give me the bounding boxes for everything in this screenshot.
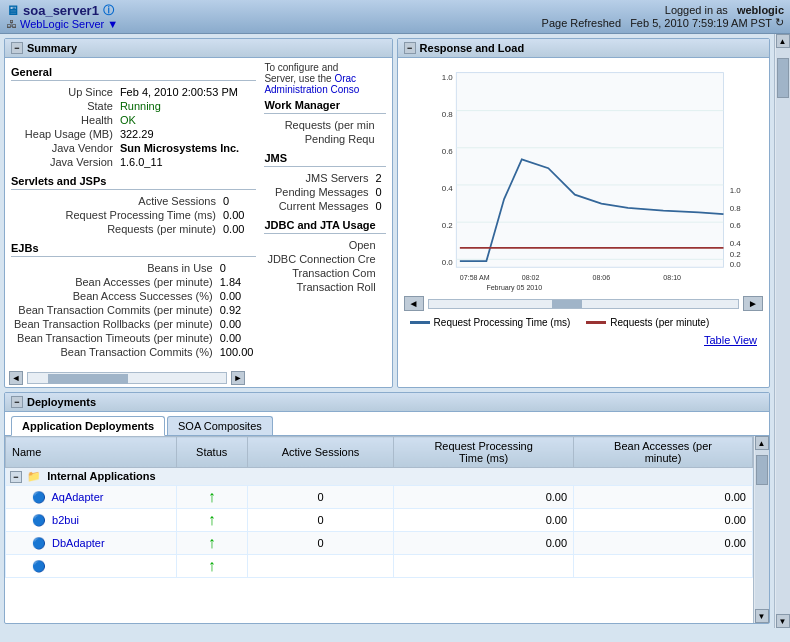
- page-refreshed-label: Page Refreshed: [542, 17, 622, 29]
- jdbc-jta-table: Open JDBC Connection Cre Transaction Com: [264, 238, 385, 294]
- deployments-panel: − Deployments Application Deployments SO…: [4, 392, 770, 624]
- active-sessions-row: Active Sessions 0: [11, 194, 256, 208]
- summary-collapse-btn[interactable]: −: [11, 42, 23, 54]
- bean-tx-commits-label: Bean Transaction Commits (per minute): [11, 303, 217, 317]
- chart-legend: Request Processing Time (ms) Requests (p…: [402, 313, 765, 332]
- response-collapse-btn[interactable]: −: [404, 42, 416, 54]
- legend-line-1: [410, 321, 430, 324]
- folder-icon: 📁: [27, 470, 41, 482]
- active-sessions-value: 0: [220, 194, 256, 208]
- row-req-aqadapter: 0.00: [394, 486, 574, 509]
- jms-table: JMS Servers 2 Pending Messages 0 Current…: [264, 171, 385, 213]
- row-req-dbadapter: 0.00: [394, 532, 574, 555]
- table-row: 🔵 DbAdapter ↑ 0 0.00 0.00: [6, 532, 753, 555]
- table-vscroll-up-btn[interactable]: ▲: [755, 436, 769, 450]
- chart-nav-left-btn[interactable]: ◄: [404, 296, 424, 311]
- hscroll-left-btn[interactable]: ◄: [9, 371, 23, 385]
- col-name: Name: [6, 437, 177, 468]
- up-arrow-aqadapter: ↑: [208, 488, 216, 505]
- row-req-more: [394, 555, 574, 578]
- bean-tx-timeouts-row: Bean Transaction Timeouts (per minute) 0…: [11, 331, 256, 345]
- beans-in-use-value: 0: [217, 261, 257, 275]
- current-messages-label: Current Messages: [264, 199, 372, 213]
- server-name: soa_server1: [23, 3, 99, 18]
- jdbc-jta-section-title: JDBC and JTA Usage: [264, 219, 385, 234]
- svg-text:0.2: 0.2: [441, 221, 453, 230]
- svg-rect-12: [456, 73, 723, 268]
- row-name-dbadapter: 🔵 DbAdapter: [6, 532, 177, 555]
- svg-text:0.4: 0.4: [441, 184, 453, 193]
- legend-label-2: Requests (per minute): [610, 317, 709, 328]
- tab-soa-composites[interactable]: SOA Composites: [167, 416, 273, 435]
- main-content: − Summary General Up Since Feb 4, 2010 2…: [0, 34, 790, 628]
- general-table: Up Since Feb 4, 2010 2:00:53 PM State Ru…: [11, 85, 256, 169]
- row-bean-aqadapter: 0.00: [574, 486, 753, 509]
- svg-text:08:02: 08:02: [521, 274, 539, 281]
- bean-tx-rollbacks-row: Bean Transaction Rollbacks (per minute) …: [11, 317, 256, 331]
- legend-item-2: Requests (per minute): [586, 317, 709, 328]
- state-value: Running: [117, 99, 257, 113]
- jdbc-conn-row: JDBC Connection Cre: [264, 252, 385, 266]
- group-expand-btn[interactable]: −: [10, 471, 22, 483]
- table-view-link[interactable]: Table View: [402, 332, 765, 348]
- pending-messages-value: 0: [373, 185, 386, 199]
- svg-text:08:06: 08:06: [592, 274, 610, 281]
- table-vscroll-down-btn[interactable]: ▼: [755, 609, 769, 623]
- tab-application-deployments[interactable]: Application Deployments: [11, 416, 165, 436]
- requests-per-min-label: Requests (per minute): [11, 222, 220, 236]
- svg-text:0.6: 0.6: [729, 221, 741, 230]
- b2bui-link[interactable]: b2bui: [52, 514, 79, 526]
- oracle-link[interactable]: Orac: [334, 73, 356, 84]
- main-vscroll-up-btn[interactable]: ▲: [776, 34, 790, 48]
- up-arrow-b2bui: ↑: [208, 511, 216, 528]
- jms-servers-row: JMS Servers 2: [264, 171, 385, 185]
- heap-usage-row: Heap Usage (MB) 322.29: [11, 127, 256, 141]
- svg-text:1.0: 1.0: [441, 73, 453, 82]
- heap-usage-value: 322.29: [117, 127, 257, 141]
- chart-nav-thumb: [552, 300, 582, 308]
- health-value: OK: [117, 113, 257, 127]
- jms-servers-value: 2: [373, 171, 386, 185]
- bean-access-successes-row: Bean Access Successes (%) 0.00: [11, 289, 256, 303]
- table-row: 🔵 b2bui ↑ 0 0.00 0.00: [6, 509, 753, 532]
- hscroll-right-btn[interactable]: ►: [231, 371, 245, 385]
- summary-panel-header: − Summary: [5, 39, 392, 58]
- refresh-icon[interactable]: ↻: [775, 16, 784, 29]
- tx-rollbacks-row: Transaction Roll: [264, 280, 385, 294]
- dbadapter-link[interactable]: DbAdapter: [52, 537, 105, 549]
- deployments-table: Name Status Active Sessions Request Proc…: [5, 436, 753, 578]
- work-manager-table: Requests (per min Pending Requ: [264, 118, 385, 146]
- table-vscroll: ▲ ▼: [753, 436, 769, 623]
- app-icon-more: 🔵: [32, 560, 46, 572]
- weblogic-server-link[interactable]: 🖧 WebLogic Server ▼: [6, 18, 118, 30]
- beans-in-use-row: Beans in Use 0: [11, 261, 256, 275]
- jdbc-open-row: Open: [264, 238, 385, 252]
- active-sessions-label: Active Sessions: [11, 194, 220, 208]
- table-wrapper: Name Status Active Sessions Request Proc…: [5, 436, 769, 623]
- aqadapter-link[interactable]: AqAdapter: [51, 491, 103, 503]
- bean-tx-commits-pct-row: Bean Transaction Commits (%) 100.00: [11, 345, 256, 359]
- tx-rollbacks-value: [380, 280, 386, 294]
- svg-text:08:10: 08:10: [663, 274, 681, 281]
- wm-pending-value: [379, 132, 386, 146]
- top-bar: 🖥 soa_server1 ⓘ 🖧 WebLogic Server ▼ Logg…: [0, 0, 790, 34]
- row-name-more: 🔵: [6, 555, 177, 578]
- work-manager-title: Work Manager: [264, 99, 385, 114]
- main-vscroll-down-btn[interactable]: ▼: [776, 614, 790, 628]
- up-arrow-dbadapter: ↑: [208, 534, 216, 551]
- servlets-section-title: Servlets and JSPs: [11, 175, 256, 190]
- summary-left-col: General Up Since Feb 4, 2010 2:00:53 PM …: [11, 62, 256, 365]
- info-icon[interactable]: ⓘ: [103, 3, 114, 18]
- server-page-icon: 🖥: [6, 3, 19, 18]
- chart-nav-right-btn[interactable]: ►: [743, 296, 763, 311]
- table-row: 🔵 AqAdapter ↑ 0 0.00 0.00: [6, 486, 753, 509]
- row-status-dbadapter: ↑: [176, 532, 247, 555]
- svg-text:0.6: 0.6: [441, 147, 453, 156]
- page-refresh-info: Page Refreshed Feb 5, 2010 7:59:19 AM PS…: [542, 16, 784, 29]
- chart-nav: ◄ ►: [402, 294, 765, 313]
- dropdown-icon[interactable]: ▼: [107, 18, 118, 30]
- admin-console-link[interactable]: Administration Conso: [264, 84, 359, 95]
- general-section-title: General: [11, 66, 256, 81]
- deployments-collapse-btn[interactable]: −: [11, 396, 23, 408]
- pending-messages-row: Pending Messages 0: [264, 185, 385, 199]
